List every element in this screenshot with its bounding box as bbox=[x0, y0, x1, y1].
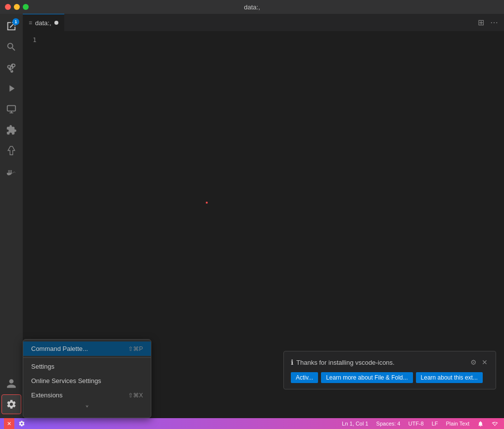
info-icon: ℹ bbox=[291, 358, 293, 366]
activity-bar-bottom bbox=[1, 374, 21, 418]
menu-item-label: Settings bbox=[31, 363, 54, 370]
menu-item-label: Command Palette... bbox=[31, 345, 88, 352]
menu-chevron[interactable]: ˅ bbox=[23, 402, 151, 416]
notification-controls: ⚙ ✕ bbox=[469, 357, 489, 367]
statusbar-settings-item[interactable] bbox=[16, 420, 27, 427]
notification-settings-button[interactable]: ⚙ bbox=[469, 357, 478, 367]
maximize-button[interactable] bbox=[23, 4, 29, 10]
tab-icon: ≡ bbox=[29, 19, 32, 26]
menu-item-label: Online Services Settings bbox=[31, 377, 101, 385]
window-title: data:, bbox=[244, 3, 260, 11]
minimize-button[interactable] bbox=[14, 4, 20, 10]
activity-bar: 1 bbox=[0, 14, 23, 418]
notification-message: Thanks for installing vscode-icons. bbox=[296, 359, 395, 366]
sidebar-item-explorer[interactable]: 1 bbox=[1, 16, 21, 36]
statusbar-position[interactable]: Ln 1, Col 1 bbox=[340, 421, 370, 427]
tab-actions: ⊞ ⋯ bbox=[476, 17, 500, 28]
menu-item-shortcut: ⇧⌘P bbox=[128, 345, 143, 352]
statusbar-broadcast-icon[interactable] bbox=[490, 421, 500, 427]
menu-item-online-services[interactable]: Online Services Settings bbox=[23, 374, 151, 388]
sidebar-item-extensions[interactable] bbox=[1, 120, 21, 140]
notification-actions: Activ... Learn more about File & Fold...… bbox=[291, 372, 489, 383]
sidebar-item-source-control[interactable] bbox=[1, 58, 21, 78]
context-menu: Command Palette... ⇧⌘P Settings Online S… bbox=[23, 339, 151, 418]
tab-modified-dot bbox=[54, 21, 58, 25]
menu-item-label: Extensions bbox=[31, 391, 63, 399]
cursor-dot bbox=[206, 202, 208, 204]
statusbar-error-bg[interactable]: ✕ bbox=[4, 418, 14, 429]
notification-close-button[interactable]: ✕ bbox=[481, 357, 489, 367]
sidebar-item-search[interactable] bbox=[1, 37, 21, 57]
statusbar: ✕ Ln 1, Col 1 Spaces: 4 UTF-8 LF Plain T… bbox=[0, 418, 504, 429]
statusbar-notifications-icon[interactable] bbox=[475, 421, 486, 427]
account-button[interactable] bbox=[1, 374, 21, 393]
line-number-1: 1 bbox=[23, 35, 504, 45]
more-actions-button[interactable]: ⋯ bbox=[488, 17, 500, 28]
menu-item-settings[interactable]: Settings bbox=[23, 359, 151, 374]
sidebar-item-tests[interactable] bbox=[1, 141, 21, 161]
menu-item-command-palette[interactable]: Command Palette... ⇧⌘P bbox=[23, 342, 151, 356]
statusbar-eol[interactable]: LF bbox=[430, 421, 440, 427]
active-tab[interactable]: ≡ data:, bbox=[23, 14, 64, 31]
sidebar-item-remote[interactable] bbox=[1, 99, 21, 119]
menu-item-shortcut: ⇧⌘X bbox=[128, 392, 143, 399]
traffic-lights bbox=[5, 4, 29, 10]
notification-panel: ℹ Thanks for installing vscode-icons. ⚙ … bbox=[283, 351, 496, 389]
statusbar-spaces[interactable]: Spaces: 4 bbox=[374, 421, 403, 427]
activate-button[interactable]: Activ... bbox=[291, 372, 318, 383]
menu-item-extensions[interactable]: Extensions ⇧⌘X bbox=[23, 388, 151, 402]
split-editor-button[interactable]: ⊞ bbox=[476, 17, 486, 28]
statusbar-left: ✕ bbox=[4, 418, 27, 429]
svg-rect-0 bbox=[7, 106, 16, 111]
explorer-badge: 1 bbox=[12, 18, 19, 25]
notification-header: ℹ Thanks for installing vscode-icons. ⚙ … bbox=[291, 357, 489, 367]
learn-file-fold-button[interactable]: Learn more about File & Fold... bbox=[321, 372, 412, 383]
titlebar: data:, bbox=[0, 0, 504, 14]
close-button[interactable] bbox=[5, 4, 11, 10]
menu-divider bbox=[23, 357, 151, 358]
status-error-x: ✕ bbox=[7, 421, 11, 427]
statusbar-right: Ln 1, Col 1 Spaces: 4 UTF-8 LF Plain Tex… bbox=[340, 421, 500, 427]
tab-title: data:, bbox=[35, 19, 51, 27]
sidebar-item-run-debug[interactable] bbox=[1, 79, 21, 98]
notification-title: ℹ Thanks for installing vscode-icons. bbox=[291, 358, 395, 366]
learn-ext-button[interactable]: Learn about this ext... bbox=[416, 372, 483, 383]
settings-button[interactable] bbox=[1, 394, 21, 414]
tab-bar: ≡ data:, ⊞ ⋯ bbox=[23, 14, 504, 31]
sidebar-item-docker[interactable] bbox=[1, 164, 21, 183]
statusbar-language[interactable]: Plain Text bbox=[444, 421, 472, 427]
statusbar-encoding[interactable]: UTF-8 bbox=[406, 421, 425, 427]
